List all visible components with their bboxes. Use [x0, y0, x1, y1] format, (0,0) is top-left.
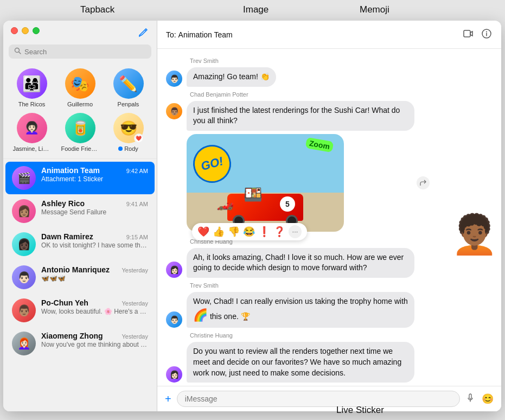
foodie-avatar-wrap: 🥫 — [65, 113, 95, 143]
compose-button[interactable] — [137, 27, 149, 41]
penpals-name: Penpals — [118, 101, 139, 107]
rainbow-sticker: 🌈 — [193, 308, 208, 322]
xiaomeng-info: Xiaomeng Zhong Yesterday Now you've got … — [41, 332, 148, 348]
animation-team-info: Animation Team 9:42 AM Attachment: 1 Sti… — [41, 166, 148, 183]
rody-badge: ❤️ — [134, 133, 144, 143]
live-sticker-annotation-label: Live Sticker — [336, 405, 384, 416]
xiaomeng-name: Xiaomeng Zhong — [41, 332, 103, 340]
tapback-thumbsdown[interactable]: 👎 — [228, 226, 240, 238]
conv-item-xiaomeng[interactable]: 👩🏻‍🦰 Xiaomeng Zhong Yesterday Now you've… — [5, 327, 155, 360]
antonio-preview: 🦋🦋🦋 — [41, 275, 148, 282]
xiaomeng-preview: Now you've got me thinking about my next… — [41, 341, 148, 348]
animation-team-avatar: 🎬 — [12, 166, 36, 190]
messages-window: 👨‍👩‍👧 The Ricos 🎭 Guillermo ✏️ Penpals — [3, 21, 501, 411]
conv-item-animation-team[interactable]: 🎬 Animation Team 9:42 AM Attachment: 1 S… — [5, 162, 155, 194]
msg1-avatar: 👨🏻 — [166, 71, 182, 87]
guillermo-avatar-wrap: 🎭 — [65, 68, 95, 99]
sushi-car-image: GO! Zoom 5 🍱 — [187, 134, 344, 232]
guillermo-avatar: 🎭 — [65, 68, 95, 99]
ashley-top: Ashley Rico 9:41 AM — [41, 199, 148, 208]
ricos-name: The Ricos — [18, 101, 46, 107]
message-input[interactable] — [177, 391, 460, 407]
dawn-time: 9:15 AM — [126, 234, 148, 240]
conv-item-ashley[interactable]: 👩🏽 Ashley Rico 9:41 AM Message Send Fail… — [5, 195, 155, 227]
svg-line-1 — [19, 52, 21, 54]
tapback-haha[interactable]: 😂 — [243, 226, 255, 238]
tapback-thumbsup[interactable]: 👍 — [213, 226, 225, 238]
ashley-preview: Message Send Failure — [41, 208, 148, 216]
dawn-preview: OK to visit tonight? I have some things … — [41, 241, 148, 249]
msg1-sender: Trev Smith — [166, 58, 493, 64]
fullscreen-button[interactable] — [33, 27, 40, 34]
conv-item-dawn[interactable]: 👩🏿 Dawn Ramirez 9:15 AM OK to visit toni… — [5, 228, 155, 260]
msg2-row: 👨🏽 I just finished the latest renderings… — [166, 101, 493, 232]
pinned-contact-foodie[interactable]: 🥫 Foodie Friends — [61, 113, 100, 152]
traffic-lights — [11, 27, 40, 34]
driver-emoji: 🏎️ — [216, 194, 234, 211]
pochun-info: Po-Chun Yeh Yesterday Wow, looks beautif… — [41, 298, 148, 315]
tapback-callout: ❤️ 👍 👎 😂 ❗ ❓ ··· — [192, 223, 307, 240]
pochun-name: Po-Chun Yeh — [41, 298, 88, 307]
minimize-button[interactable] — [22, 27, 29, 34]
memoji-figure: 🧑🏾‍🦱 — [451, 215, 498, 253]
memoji-annotation-label: Memoji — [360, 4, 389, 15]
ashley-name: Ashley Rico — [41, 199, 85, 208]
car-body: 5 🍱 — [227, 194, 303, 221]
search-icon — [14, 47, 21, 56]
race-number: 5 — [280, 196, 295, 212]
audio-record-button[interactable] — [464, 392, 476, 406]
pinned-contact-jasmine[interactable]: 👩🏻‍🦱 Jasmine, Liz &... — [12, 113, 52, 152]
msg3-bubble: Ah, it looks amazing, Chad! I love it so… — [187, 248, 414, 278]
rody-name: Rody — [124, 145, 138, 152]
tapback-exclaim[interactable]: ❗ — [258, 226, 270, 238]
chat-header-actions — [462, 28, 493, 42]
msg5-sender: Christine Huang — [166, 332, 493, 339]
sushi-roll: 🍱 — [244, 186, 263, 203]
msg3-avatar: 👩🏻 — [166, 262, 182, 278]
jasmine-avatar-wrap: 👩🏻‍🦱 — [17, 113, 47, 143]
pinned-contact-rody[interactable]: 😎 ❤️ Rody — [109, 113, 148, 152]
facetime-button[interactable] — [462, 29, 474, 41]
details-button[interactable] — [481, 28, 493, 42]
tapback-heart[interactable]: ❤️ — [197, 226, 209, 238]
msg2-image-container: GO! Zoom 5 🍱 — [187, 134, 414, 232]
animation-team-top: Animation Team 9:42 AM — [41, 166, 148, 175]
msg5-bubble: Do you want to review all the renders to… — [187, 342, 414, 383]
pinned-contact-guillermo[interactable]: 🎭 Guillermo — [61, 68, 100, 107]
share-image-button[interactable] — [417, 176, 430, 189]
sidebar: 👨‍👩‍👧 The Ricos 🎭 Guillermo ✏️ Penpals — [3, 21, 157, 411]
msg4-sender: Trev Smith — [166, 282, 493, 289]
svg-point-5 — [486, 31, 487, 32]
close-button[interactable] — [11, 27, 18, 34]
go-sticker: GO! — [189, 141, 235, 187]
pochun-top: Po-Chun Yeh Yesterday — [41, 298, 148, 307]
ashley-info: Ashley Rico 9:41 AM Message Send Failure — [41, 199, 148, 216]
chat-group-name: Animation Team — [178, 30, 233, 39]
msg5-row: 👩🏻 Do you want to review all the renders… — [166, 342, 493, 383]
jasmine-name: Jasmine, Liz &... — [13, 145, 51, 152]
search-input[interactable] — [24, 48, 146, 56]
pinned-contact-penpals[interactable]: ✏️ Penpals — [109, 68, 148, 107]
ricos-avatar: 👨‍👩‍👧 — [17, 68, 47, 99]
pochun-preview: Wow, looks beautiful. 🌸 Here's a photo o… — [41, 308, 148, 315]
guillermo-name: Guillermo — [67, 101, 93, 107]
conversation-list: 🎬 Animation Team 9:42 AM Attachment: 1 S… — [3, 161, 157, 411]
pochun-avatar: 👨🏽 — [12, 298, 36, 322]
conv-item-antonio[interactable]: 👨🏻 Antonio Manriquez Yesterday 🦋🦋🦋 — [5, 261, 155, 294]
chat-area: To: Animation Team — [157, 21, 501, 411]
emoji-button[interactable]: 😊 — [481, 392, 495, 406]
msg3-row: 👩🏻 Ah, it looks amazing, Chad! I love it… — [166, 248, 493, 278]
svg-rect-2 — [464, 30, 470, 37]
tapback-question[interactable]: ❓ — [273, 226, 285, 238]
animation-team-preview: Attachment: 1 Sticker — [41, 175, 148, 183]
ricos-avatar-wrap: 👨‍👩‍👧 — [17, 68, 47, 99]
tapback-more[interactable]: ··· — [289, 225, 302, 238]
pinned-contact-ricos[interactable]: 👨‍👩‍👧 The Ricos — [12, 68, 52, 107]
msg4-bubble: Wow, Chad! I can really envision us taki… — [187, 292, 414, 328]
add-attachment-button[interactable]: + — [164, 392, 172, 405]
msg5-avatar: 👩🏻 — [166, 366, 182, 383]
conv-item-pochun[interactable]: 👨🏽 Po-Chun Yeh Yesterday Wow, looks beau… — [5, 294, 155, 327]
xiaomeng-top: Xiaomeng Zhong Yesterday — [41, 332, 148, 340]
input-actions: 😊 — [464, 392, 495, 406]
foodie-name: Foodie Friends — [61, 145, 99, 152]
